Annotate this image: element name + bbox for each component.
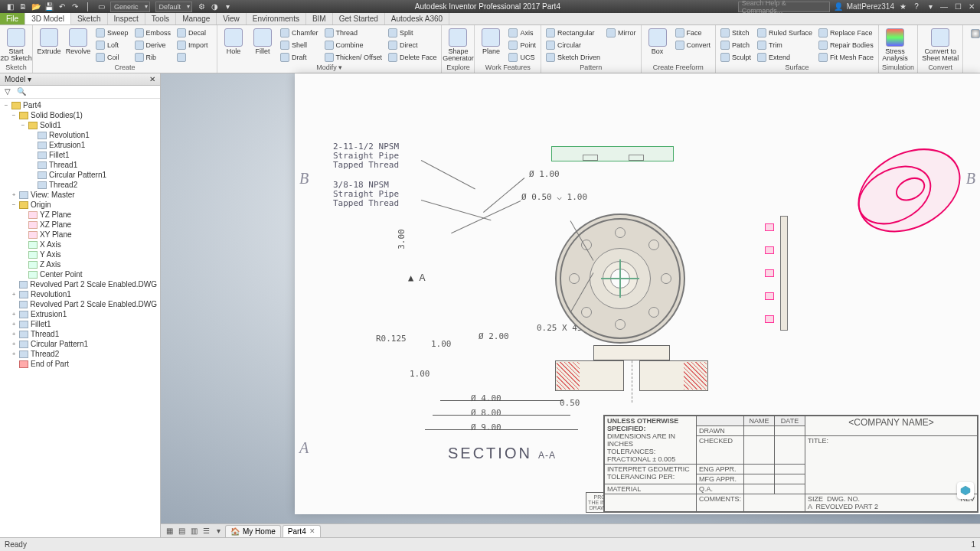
emboss-button[interactable]: Emboss bbox=[133, 27, 173, 38]
material-dropdown[interactable]: Generic bbox=[110, 2, 150, 12]
replaceface-button[interactable]: Replace Face bbox=[817, 27, 875, 38]
circular-button[interactable]: Circular bbox=[544, 39, 602, 51]
fitmesh-button[interactable]: Fit Mesh Face bbox=[817, 51, 875, 63]
draft-button[interactable]: Draft bbox=[279, 51, 320, 63]
chamfer-button[interactable]: Chamfer bbox=[279, 27, 320, 38]
help-dd-icon[interactable]: ▾ bbox=[925, 2, 936, 11]
doctab-part[interactable]: Part4✕ bbox=[283, 525, 321, 537]
loft-button[interactable]: Loft bbox=[94, 39, 130, 51]
rib-button[interactable]: Rib bbox=[133, 51, 173, 63]
split-button[interactable]: Split bbox=[387, 27, 439, 38]
tab-environments[interactable]: Environments bbox=[247, 13, 306, 24]
tab-3d-model[interactable]: 3D Model bbox=[25, 13, 71, 24]
rectangular-button[interactable]: Rectangular bbox=[544, 27, 602, 38]
browser-header[interactable]: Model ▾✕ bbox=[0, 73, 160, 86]
thread-button[interactable]: Thread bbox=[323, 27, 384, 38]
search-help-input[interactable]: Search Help & Commands... bbox=[738, 2, 830, 12]
qat-dd-icon[interactable]: ▾ bbox=[222, 2, 233, 12]
shell-button[interactable]: Shell bbox=[279, 39, 320, 51]
combine-button[interactable]: Combine bbox=[323, 39, 384, 51]
filter-icon[interactable]: ▽ bbox=[5, 87, 14, 96]
graphics-canvas[interactable]: — ☐ ✕ TOP B B A A 2-11-1/2 NPSM Straight… bbox=[161, 73, 980, 537]
dt-icon3[interactable]: ▥ bbox=[188, 526, 199, 536]
deleteface-button[interactable]: Delete Face bbox=[387, 51, 439, 63]
plane-button[interactable]: Plane bbox=[478, 27, 504, 55]
point-button[interactable]: Point bbox=[507, 39, 537, 51]
sweep-button[interactable]: Sweep bbox=[94, 27, 130, 38]
tab-view[interactable]: View bbox=[217, 13, 247, 24]
new-icon[interactable]: 🗎 bbox=[18, 2, 28, 12]
start-sketch-button[interactable]: Start 2D Sketch bbox=[3, 27, 29, 62]
convert-button[interactable]: Convert bbox=[674, 39, 713, 51]
mirror-button[interactable]: Mirror bbox=[605, 27, 638, 38]
extend-button[interactable]: Extend bbox=[756, 51, 814, 63]
open-icon[interactable]: 📂 bbox=[31, 2, 41, 12]
tab-inspect[interactable]: Inspect bbox=[108, 13, 145, 24]
close-icon[interactable]: ✕ bbox=[966, 2, 977, 11]
ruledsurface-button[interactable]: Ruled Surface bbox=[756, 27, 814, 38]
sketchdriven-button[interactable]: Sketch Driven bbox=[544, 51, 602, 63]
import-button[interactable]: Import bbox=[175, 39, 214, 51]
patch-button[interactable]: Patch bbox=[719, 39, 753, 51]
tab-a360[interactable]: Autodesk A360 bbox=[385, 13, 449, 24]
ribbon-label-freeform: Create Freeform bbox=[645, 63, 713, 71]
appearance-flyout[interactable]: ▾ bbox=[969, 28, 980, 39]
dt-icon4[interactable]: ☰ bbox=[201, 526, 211, 536]
find-icon[interactable]: 🔍 bbox=[17, 87, 26, 96]
user-name[interactable]: MattPerez314 bbox=[847, 2, 894, 11]
decal-button[interactable]: Decal bbox=[175, 27, 214, 38]
shape-generator-button[interactable]: Shape Generator bbox=[445, 27, 471, 62]
sculpt-button[interactable]: Sculpt bbox=[719, 51, 753, 63]
app-icon[interactable]: ◧ bbox=[5, 2, 15, 12]
tab-bim[interactable]: BIM bbox=[306, 13, 333, 24]
feature-tree[interactable]: −Part4 −Solid Bodies(1) −Solid1 Revoluti… bbox=[0, 99, 160, 537]
stress-analysis-button[interactable]: Stress Analysis bbox=[882, 27, 908, 62]
derive-button[interactable]: Derive bbox=[133, 39, 173, 51]
fillet-button[interactable]: Fillet bbox=[250, 27, 276, 55]
favorite-icon[interactable]: ★ bbox=[897, 2, 908, 11]
axis-button[interactable]: Axis bbox=[507, 27, 537, 38]
appearance-dropdown[interactable]: Default bbox=[155, 2, 193, 12]
coil-button[interactable]: Coil bbox=[94, 51, 130, 63]
leader-4 bbox=[451, 201, 521, 233]
tab-tools[interactable]: Tools bbox=[145, 13, 176, 24]
minimize-icon[interactable]: — bbox=[939, 2, 949, 11]
ribbon-label-surface: Surface bbox=[719, 63, 875, 71]
direct-button[interactable]: Direct bbox=[387, 39, 439, 51]
tab-manage[interactable]: Manage bbox=[176, 13, 217, 24]
revolve-button[interactable]: Revolve bbox=[65, 27, 91, 55]
maximize-icon[interactable]: ☐ bbox=[952, 2, 963, 11]
title-right: Search Help & Commands... 👤 MattPerez314… bbox=[738, 2, 980, 12]
ribbon-group-modify: Hole Fillet Chamfer Shell Draft Thread C… bbox=[217, 25, 442, 73]
box-button[interactable]: Box bbox=[645, 27, 671, 55]
dt-icon2[interactable]: ▤ bbox=[176, 526, 187, 536]
doctab-close-icon[interactable]: ✕ bbox=[309, 527, 315, 535]
stitch-button[interactable]: Stitch bbox=[719, 27, 753, 38]
hole-button[interactable]: Hole bbox=[220, 27, 247, 55]
tab-sketch[interactable]: Sketch bbox=[71, 13, 108, 24]
note-2: 3/8-18 NPSM Straight Pipe Tapped Thread bbox=[333, 181, 399, 208]
help-icon[interactable]: ? bbox=[911, 2, 922, 11]
convert-sheetmetal-button[interactable]: Convert to Sheet Metal bbox=[921, 27, 959, 62]
face-button[interactable]: Face bbox=[674, 27, 713, 38]
extrude-button[interactable]: Extrude bbox=[36, 27, 62, 55]
ucs-button[interactable]: UCS bbox=[507, 51, 537, 63]
file-tab[interactable]: File bbox=[0, 13, 25, 24]
doctab-home[interactable]: 🏠My Home bbox=[225, 525, 281, 537]
select-icon[interactable]: ▭ bbox=[96, 2, 106, 12]
help-widget[interactable] bbox=[957, 482, 974, 499]
qat-more-icon[interactable]: ⚙ bbox=[196, 2, 207, 12]
trim-button[interactable]: Trim bbox=[756, 39, 814, 51]
qat-color-icon[interactable]: ◑ bbox=[209, 2, 220, 12]
signin-icon[interactable]: 👤 bbox=[833, 2, 844, 11]
unwrap-button[interactable]: Unwrap bbox=[175, 51, 214, 63]
tab-get-started[interactable]: Get Started bbox=[333, 13, 385, 24]
undo-icon[interactable]: ↶ bbox=[57, 2, 67, 12]
dt-icon1[interactable]: ▦ bbox=[164, 526, 175, 536]
dt-icon5[interactable]: ▾ bbox=[213, 526, 224, 536]
browser-close-icon[interactable]: ✕ bbox=[149, 75, 155, 83]
redo-icon[interactable]: ↷ bbox=[70, 2, 80, 12]
save-icon[interactable]: 💾 bbox=[44, 2, 54, 12]
thicken-button[interactable]: Thicken/ Offset bbox=[323, 51, 384, 63]
repairbodies-button[interactable]: Repair Bodies bbox=[817, 39, 875, 51]
